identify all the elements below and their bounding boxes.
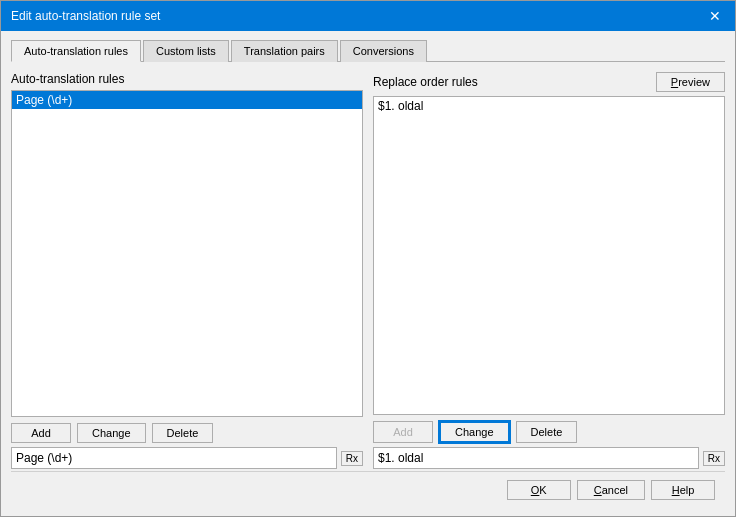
content-area: Auto-translation rules Page (\d+) Add Ch… [11, 72, 725, 469]
right-rx-badge[interactable]: Rx [703, 451, 725, 466]
close-button[interactable]: ✕ [705, 6, 725, 26]
right-panel-label: Replace order rules [373, 75, 478, 89]
left-panel-label: Auto-translation rules [11, 72, 124, 86]
tab-conversions[interactable]: Conversions [340, 40, 427, 62]
left-panel: Auto-translation rules Page (\d+) Add Ch… [11, 72, 363, 469]
preview-button[interactable]: Preview [656, 72, 725, 92]
right-text-input[interactable] [373, 447, 699, 469]
right-btn-row: Add Change Delete [373, 421, 725, 443]
left-text-input[interactable] [11, 447, 337, 469]
tab-translation-pairs[interactable]: Translation pairs [231, 40, 338, 62]
left-delete-button[interactable]: Delete [152, 423, 214, 443]
dialog-body: Auto-translation rules Custom lists Tran… [1, 31, 735, 516]
left-add-button[interactable]: Add [11, 423, 71, 443]
left-listbox[interactable]: Page (\d+) [11, 90, 363, 417]
cancel-button[interactable]: Cancel [577, 480, 645, 500]
tab-custom-lists[interactable]: Custom lists [143, 40, 229, 62]
left-rx-badge[interactable]: Rx [341, 451, 363, 466]
left-panel-header: Auto-translation rules [11, 72, 363, 86]
right-change-button[interactable]: Change [439, 421, 510, 443]
right-panel: Replace order rules Preview $1. oldal Ad… [373, 72, 725, 469]
right-delete-button[interactable]: Delete [516, 421, 578, 443]
footer-bar: OK Cancel Help [11, 471, 725, 506]
title-bar: Edit auto-translation rule set ✕ [1, 1, 735, 31]
right-listbox[interactable]: $1. oldal [373, 96, 725, 415]
left-btn-row: Add Change Delete [11, 423, 363, 443]
ok-button[interactable]: OK [507, 480, 571, 500]
help-button[interactable]: Help [651, 480, 715, 500]
panels-row: Auto-translation rules Page (\d+) Add Ch… [11, 72, 725, 469]
left-change-button[interactable]: Change [77, 423, 146, 443]
edit-dialog: Edit auto-translation rule set ✕ Auto-tr… [0, 0, 736, 517]
left-input-row: Rx [11, 447, 363, 469]
list-item[interactable]: $1. oldal [374, 97, 724, 115]
right-input-row: Rx [373, 447, 725, 469]
tab-auto-translation-rules[interactable]: Auto-translation rules [11, 40, 141, 62]
list-item[interactable]: Page (\d+) [12, 91, 362, 109]
tab-bar: Auto-translation rules Custom lists Tran… [11, 39, 725, 62]
dialog-title: Edit auto-translation rule set [11, 9, 160, 23]
right-add-button[interactable]: Add [373, 421, 433, 443]
right-panel-header: Replace order rules Preview [373, 72, 725, 92]
